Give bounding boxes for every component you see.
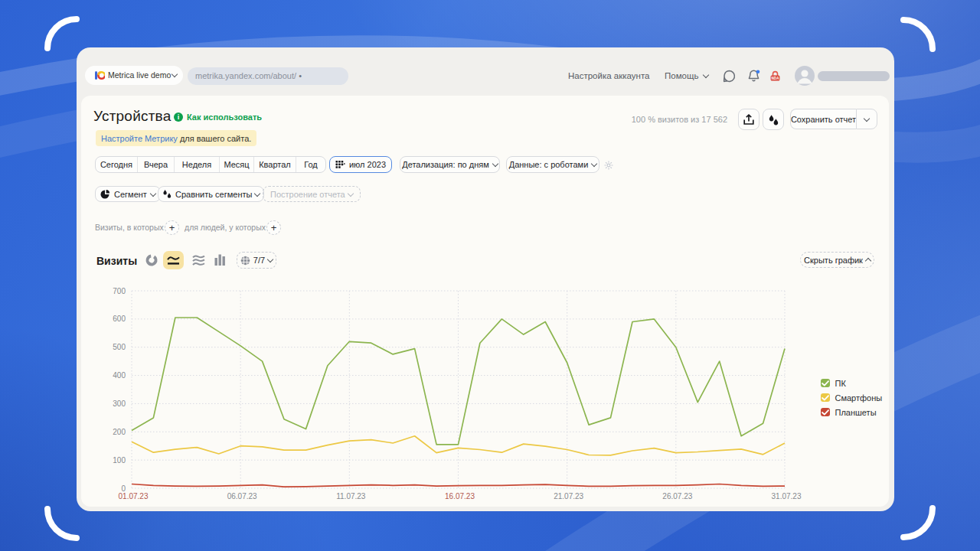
drops-icon bbox=[768, 114, 779, 126]
y-axis-tick-label: 400 bbox=[113, 371, 126, 380]
y-axis-tick-label: 700 bbox=[113, 287, 126, 295]
nda-badge-label: NDA bbox=[772, 77, 780, 80]
chart-settings-gear-icon[interactable] bbox=[604, 161, 613, 170]
metrics-count-dropdown[interactable]: 7/7 bbox=[237, 252, 276, 269]
legend-checkbox-checked[interactable] bbox=[821, 379, 830, 388]
banner-text-line: Настройте Метрику для вашего сайта. bbox=[101, 134, 251, 143]
x-axis-tick-label: 06.07.23 bbox=[227, 492, 257, 500]
hide-chart-button[interactable]: Скрыть график bbox=[800, 252, 874, 268]
x-axis-tick-label: 01.07.23 bbox=[119, 492, 149, 500]
legend-label: ПК bbox=[835, 379, 846, 388]
add-visits-filter-button[interactable]: + bbox=[165, 220, 179, 235]
period-preset-button[interactable]: Месяц bbox=[220, 157, 254, 172]
y-axis-tick-label: 0 bbox=[121, 484, 126, 493]
y-axis-tick-label: 500 bbox=[113, 343, 126, 351]
detalization-dropdown[interactable]: Детализация: по дням bbox=[400, 156, 500, 173]
chart-type-stacked-icon[interactable] bbox=[192, 255, 205, 266]
hide-chart-label: Скрыть график bbox=[804, 256, 863, 265]
sample-info: 100 % визитов из 17 562 bbox=[632, 115, 727, 124]
save-report-label: Сохранить отчет bbox=[791, 115, 856, 124]
period-preset-button[interactable]: Год bbox=[296, 157, 325, 172]
x-axis-tick-label: 11.07.23 bbox=[336, 492, 366, 500]
username-redacted-bar bbox=[818, 71, 890, 81]
x-axis-tick-label: 26.07.23 bbox=[662, 492, 692, 500]
chevron-down-icon bbox=[703, 72, 709, 78]
data-mode-dropdown[interactable]: Данные: с роботами bbox=[506, 156, 599, 173]
export-icon bbox=[743, 114, 754, 126]
chevron-down-icon bbox=[172, 71, 178, 77]
metrics-count-label: 7/7 bbox=[253, 256, 265, 265]
add-people-filter-button[interactable]: + bbox=[266, 220, 281, 235]
counter-name: Metrica live demo bbox=[108, 66, 171, 85]
avatar[interactable] bbox=[795, 66, 815, 86]
y-axis-tick-label: 200 bbox=[113, 428, 126, 436]
chevron-up-icon bbox=[865, 258, 871, 264]
metrics-globe-icon bbox=[240, 256, 250, 266]
frame-corner-top-right bbox=[903, 20, 933, 49]
chevron-down-icon bbox=[254, 190, 260, 196]
segment-dropdown[interactable]: Сегмент bbox=[95, 186, 161, 202]
legend-label: Смартфоны bbox=[835, 393, 883, 403]
setup-banner: Настройте Метрику для вашего сайта. bbox=[96, 130, 256, 146]
legend-item[interactable]: ПК bbox=[821, 376, 882, 390]
compare-segments-dropdown[interactable]: Сравнить сегменты bbox=[158, 186, 264, 202]
legend-checkbox-checked[interactable] bbox=[821, 393, 830, 403]
date-range-button[interactable]: июл 2023 bbox=[329, 156, 392, 173]
period-preset-button[interactable]: Квартал bbox=[254, 157, 296, 172]
data-mode-label: Данные: с роботами bbox=[509, 160, 589, 169]
export-button[interactable] bbox=[738, 109, 760, 130]
notifications-bell-icon[interactable] bbox=[746, 69, 761, 83]
banner-text: для вашего сайта. bbox=[178, 134, 251, 143]
report-content: Устройства i Как использовать 100 % визи… bbox=[81, 96, 889, 507]
counter-switcher[interactable]: Metrica live demo bbox=[85, 66, 183, 85]
x-axis-tick-label: 21.07.23 bbox=[554, 492, 583, 500]
visits-filter-label: Визиты, в которых bbox=[95, 223, 164, 232]
report-builder-label: Построение отчета bbox=[270, 190, 345, 199]
legend-label: Планшеты bbox=[835, 408, 877, 417]
save-report-menu-button[interactable] bbox=[856, 109, 877, 129]
chevron-down-icon bbox=[492, 161, 498, 167]
chevron-down-icon bbox=[348, 190, 354, 196]
counter-url-field[interactable]: metrika.yandex.com/about/ • bbox=[188, 67, 348, 85]
segment-colors-button[interactable] bbox=[763, 109, 784, 130]
setup-metrica-link[interactable]: Настройте Метрику bbox=[101, 134, 178, 143]
report-builder-dropdown[interactable]: Построение отчета bbox=[263, 186, 361, 202]
period-preset-button[interactable]: Сегодня bbox=[96, 157, 138, 172]
legend-item[interactable]: Планшеты bbox=[821, 405, 882, 419]
chart-series-line bbox=[132, 436, 785, 455]
people-filter-label: для людей, у которых bbox=[185, 223, 266, 232]
how-to-use-link[interactable]: i Как использовать bbox=[174, 112, 262, 122]
nav-help-label: Помощь bbox=[665, 71, 698, 80]
chart-section-title: Визиты bbox=[96, 255, 137, 267]
info-icon: i bbox=[174, 112, 183, 122]
chevron-down-icon bbox=[864, 115, 870, 121]
legend-item[interactable]: Смартфоны bbox=[821, 390, 882, 405]
calendar-icon bbox=[335, 160, 345, 169]
line-chart-icon bbox=[167, 255, 180, 266]
plus-icon: + bbox=[271, 222, 277, 233]
chart-type-columns-icon[interactable] bbox=[214, 254, 226, 266]
y-axis-tick-label: 300 bbox=[113, 399, 126, 408]
detalization-label: Детализация: по дням bbox=[402, 160, 489, 169]
url-dot: • bbox=[299, 71, 302, 80]
segment-label: Сегмент bbox=[114, 190, 147, 199]
legend-checkbox-checked[interactable] bbox=[821, 408, 830, 417]
chart-legend: ПКСмартфоныПланшеты bbox=[821, 376, 882, 419]
frame-corner-bottom-left bbox=[47, 509, 77, 538]
visits-line-chart: 010020030040050060070001.07.2306.07.2311… bbox=[81, 285, 877, 504]
period-preset-button[interactable]: Неделя bbox=[175, 157, 220, 172]
chart-type-donut-icon[interactable] bbox=[145, 254, 158, 266]
compare-drops-icon bbox=[162, 189, 172, 199]
period-preset-button[interactable]: Вчера bbox=[138, 157, 175, 172]
frame-corner-top-left bbox=[47, 19, 77, 48]
chart-type-line-button-selected[interactable] bbox=[163, 251, 184, 269]
date-range-label: июл 2023 bbox=[349, 160, 386, 169]
compare-segments-label: Сравнить сегменты bbox=[175, 190, 252, 199]
y-axis-tick-label: 600 bbox=[113, 315, 126, 323]
save-report-button[interactable]: Сохранить отчет bbox=[790, 109, 856, 129]
period-presets-group: СегодняВчераНеделяМесяцКварталГод bbox=[95, 156, 326, 173]
pie-segment-icon bbox=[100, 189, 110, 199]
metrica-app-window: Metrica live demo metrika.yandex.com/abo… bbox=[77, 47, 894, 511]
plus-icon: + bbox=[169, 222, 175, 233]
chat-icon[interactable] bbox=[723, 70, 736, 83]
